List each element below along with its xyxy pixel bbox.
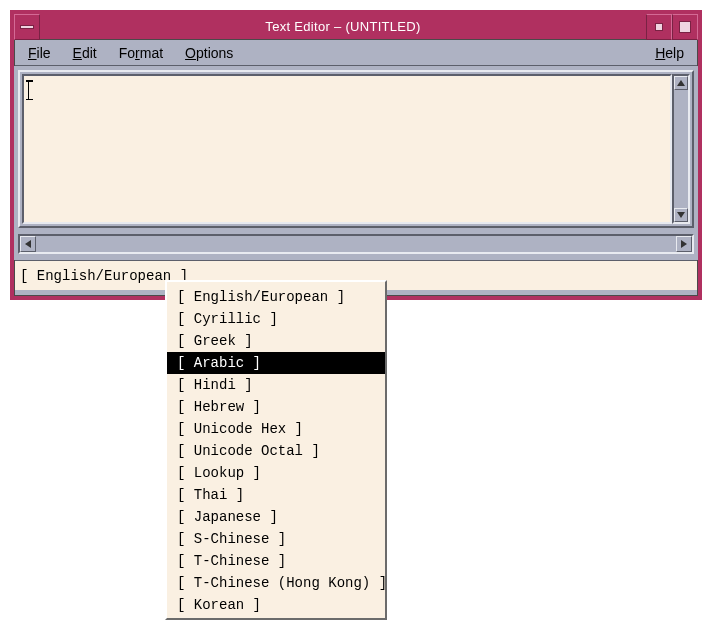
workarea [14,66,698,260]
input-method-option[interactable]: [ Arabic ] [167,352,385,374]
app-window: Text Editor – (UNTITLED) File Edit Forma… [10,10,702,300]
input-method-option[interactable]: [ Unicode Octal ] [167,440,385,462]
input-method-option[interactable]: [ English/European ] [167,286,385,308]
svg-marker-1 [677,212,685,218]
menu-edit[interactable]: Edit [65,42,105,64]
input-method-option[interactable]: [ Japanese ] [167,506,385,528]
chevron-left-icon [25,240,31,248]
scroll-up-button[interactable] [674,76,688,90]
menu-format[interactable]: Format [111,42,171,64]
window-title: Text Editor – (UNTITLED) [40,14,646,39]
window-menu-button[interactable] [14,14,40,40]
chevron-right-icon [681,240,687,248]
input-method-option[interactable]: [ Hindi ] [167,374,385,396]
maximize-icon [679,21,691,33]
input-method-option[interactable]: [ Thai ] [167,484,385,506]
menu-options[interactable]: Options [177,42,241,64]
chevron-up-icon [677,80,685,86]
text-caret [28,80,30,100]
menubar: File Edit Format Options Help [14,40,698,66]
input-method-option[interactable]: [ Greek ] [167,330,385,352]
input-method-option[interactable]: [ Cyrillic ] [167,308,385,330]
vertical-scrollbar[interactable] [672,74,690,224]
input-method-indicator[interactable]: [ English/European ] [20,268,188,284]
scroll-right-button[interactable] [676,236,692,252]
input-method-option[interactable]: [ S-Chinese ] [167,528,385,550]
svg-marker-2 [25,240,31,248]
menu-file[interactable]: File [20,42,59,64]
input-method-option[interactable]: [ Lookup ] [167,462,385,484]
titlebar: Text Editor – (UNTITLED) [14,14,698,40]
input-method-option[interactable]: [ Korean ] [167,594,385,616]
text-area[interactable] [22,74,672,224]
input-method-option[interactable]: [ Hebrew ] [167,396,385,418]
menu-help[interactable]: Help [647,42,692,64]
input-method-option[interactable]: [ Unicode Hex ] [167,418,385,440]
input-method-option[interactable]: [ T-Chinese ] [167,550,385,572]
horizontal-scrollbar[interactable] [18,234,694,254]
maximize-button[interactable] [672,14,698,40]
minimize-icon [655,23,663,31]
scroll-down-button[interactable] [674,208,688,222]
input-method-menu: [ English/European ][ Cyrillic ][ Greek … [165,280,387,620]
textarea-frame [18,70,694,228]
scroll-left-button[interactable] [20,236,36,252]
vertical-scroll-track[interactable] [674,90,688,208]
horizontal-scroll-track[interactable] [36,236,676,252]
svg-marker-3 [681,240,687,248]
minimize-button[interactable] [646,14,672,40]
svg-marker-0 [677,80,685,86]
window-menu-icon [20,25,34,29]
input-method-option[interactable]: [ T-Chinese (Hong Kong) ] [167,572,385,594]
chevron-down-icon [677,212,685,218]
